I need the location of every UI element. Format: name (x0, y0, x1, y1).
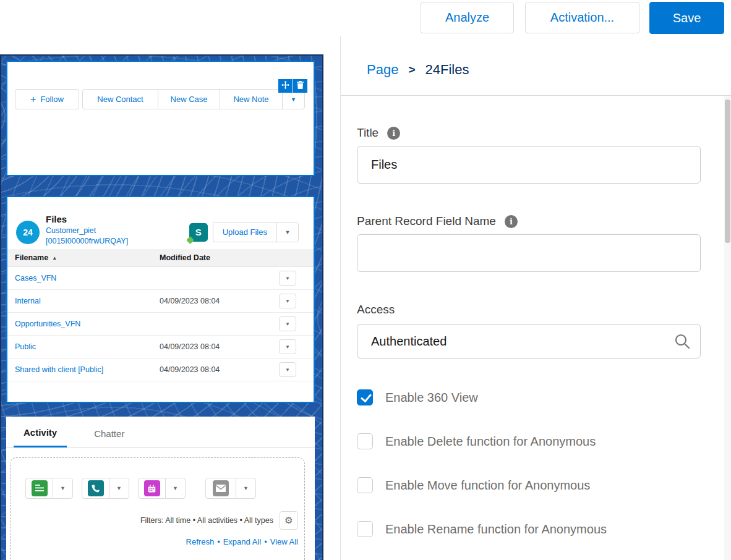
files-titles: Files Customer_piet [0015I00000frwURQAY] (46, 213, 128, 245)
file-link[interactable]: Public (15, 342, 36, 351)
bullet-separator: • (264, 537, 267, 546)
title-field-label: Title (357, 126, 378, 140)
table-row: Public 04/09/2023 08:04 ▼ (7, 336, 314, 358)
calendar-icon (144, 480, 160, 496)
file-link[interactable]: Cases_VFN (15, 274, 56, 282)
panel-scrollbar[interactable] (724, 96, 731, 560)
task-icon (32, 480, 48, 496)
upload-files-button[interactable]: Upload Files (213, 222, 277, 242)
files-component[interactable]: 24 Files Customer_piet [0015I00000frwURQ… (6, 196, 315, 403)
sharepoint-icon: S (189, 223, 208, 242)
row-actions-dropdown[interactable]: ▼ (279, 271, 296, 286)
info-icon[interactable]: i (505, 215, 518, 228)
composer-buttons: ▼ ▼ ▼ (25, 478, 304, 499)
plus-icon: + (30, 95, 36, 104)
files-card-title: Files (46, 214, 128, 224)
tab-chatter[interactable]: Chatter (84, 428, 134, 447)
component-property-panel: Page > 24Files Title i Parent Record Fie… (340, 36, 731, 560)
file-link[interactable]: Opportunities_VFN (15, 320, 80, 328)
activity-chatter-component[interactable]: Activity Chatter ▼ (6, 417, 315, 560)
chevron-down-icon: ▼ (116, 485, 122, 491)
row-actions-dropdown[interactable]: ▼ (279, 294, 296, 308)
event-dropdown-button[interactable]: ▼ (165, 478, 186, 499)
view-all-link[interactable]: View All (270, 537, 298, 546)
new-task-button[interactable] (25, 478, 53, 499)
filters-settings-button[interactable]: ⚙ (280, 511, 298, 530)
new-contact-button[interactable]: New Contact (82, 89, 158, 109)
row-actions-dropdown[interactable]: ▼ (279, 316, 296, 331)
new-event-button[interactable] (138, 478, 166, 499)
refresh-link[interactable]: Refresh (186, 537, 215, 546)
task-dropdown-button[interactable]: ▼ (53, 478, 73, 499)
bullet-separator: • (217, 537, 220, 546)
record-action-row: + Follow New Contact New Case New Note ▼ (15, 89, 305, 109)
panel-scrollbar-thumb[interactable] (725, 100, 730, 243)
new-event-group: ▼ (138, 478, 186, 499)
activity-filters-row: Filters: All time • All activities • All… (11, 511, 304, 530)
modified-date-column-header: Modified Date (160, 253, 314, 262)
files-header: 24 Files Customer_piet [0015I00000frwURQ… (7, 197, 314, 249)
title-input[interactable] (357, 146, 701, 184)
page-canvas[interactable]: + Follow New Contact New Case New Note ▼… (0, 54, 323, 560)
chevron-down-icon: ▼ (243, 485, 249, 491)
row-actions-dropdown[interactable]: ▼ (279, 339, 296, 354)
enable-rename-anonymous-checkbox[interactable] (357, 521, 373, 537)
chevron-down-icon: ▼ (285, 321, 290, 327)
checkbox-row: Enable 360 View (357, 389, 701, 405)
file-modified-date: 04/09/2023 08:04 (160, 297, 279, 305)
save-button[interactable]: Save (649, 2, 724, 34)
enable-360-view-checkbox[interactable] (357, 389, 373, 405)
file-modified-date: 04/09/2023 08:04 (160, 365, 279, 374)
log-call-button[interactable] (82, 478, 109, 499)
filename-column-header[interactable]: Filename ▲ (7, 253, 160, 262)
move-icon (281, 81, 289, 91)
expand-all-link[interactable]: Expand All (223, 537, 261, 546)
email-button[interactable] (205, 478, 236, 499)
delete-component-button[interactable] (293, 79, 307, 93)
file-link[interactable]: Shared with client [Public] (15, 365, 103, 374)
row-actions-dropdown[interactable]: ▼ (279, 362, 296, 377)
phone-icon (88, 480, 104, 496)
file-link[interactable]: Internal (15, 297, 41, 305)
log-call-dropdown-button[interactable]: ▼ (109, 478, 129, 499)
record-id-link[interactable]: [0015I00000frwURQAY] (46, 237, 128, 245)
sort-asc-icon: ▲ (52, 255, 57, 261)
new-note-button[interactable]: New Note (220, 89, 283, 109)
breadcrumb-separator-icon: > (408, 63, 415, 77)
enable-delete-anonymous-checkbox[interactable] (357, 433, 373, 449)
upload-dropdown-button[interactable]: ▼ (276, 222, 299, 242)
chevron-down-icon: ▼ (285, 367, 290, 373)
record-actions-group: New Contact New Case New Note ▼ (82, 89, 305, 109)
log-call-group: ▼ (82, 478, 129, 499)
access-field-label: Access (357, 303, 395, 316)
access-field-label-row: Access (357, 303, 701, 316)
files-table-header: Filename ▲ Modified Date (7, 249, 314, 267)
record-highlights-component[interactable]: + Follow New Contact New Case New Note ▼ (6, 61, 315, 176)
enable-move-anonymous-checkbox[interactable] (357, 477, 373, 493)
search-icon (674, 333, 690, 349)
breadcrumb-page-link[interactable]: Page (367, 62, 398, 78)
checkbox-label: Enable Move function for Anonymous (385, 478, 590, 493)
email-dropdown-button[interactable]: ▼ (236, 478, 256, 499)
info-icon[interactable]: i (387, 127, 400, 140)
checkbox-label: Enable Rename function for Anonymous (385, 522, 607, 537)
parent-record-field-input[interactable] (357, 234, 701, 272)
table-row: Opportunities_VFN ▼ (7, 313, 314, 336)
access-combobox[interactable]: Authenticated (357, 324, 701, 358)
breadcrumb-current: 24Files (425, 62, 469, 78)
analyze-button[interactable]: Analyze (421, 2, 514, 33)
new-case-button[interactable]: New Case (158, 89, 220, 109)
follow-button[interactable]: + Follow (15, 89, 79, 109)
move-component-button[interactable] (278, 79, 293, 93)
checkbox-label: Enable Delete function for Anonymous (385, 435, 596, 449)
record-link[interactable]: Customer_piet (46, 226, 128, 235)
chevron-down-icon: ▼ (291, 96, 296, 103)
gear-icon: ⚙ (284, 515, 293, 526)
activation-button[interactable]: Activation... (525, 2, 639, 33)
new-task-group: ▼ (25, 478, 73, 499)
chevron-down-icon: ▼ (173, 485, 178, 491)
activity-tabs: Activity Chatter (6, 417, 315, 448)
tab-activity[interactable]: Activity (14, 427, 67, 448)
filename-header-label: Filename (15, 253, 48, 262)
checkbox-row: Enable Rename function for Anonymous (357, 521, 701, 537)
